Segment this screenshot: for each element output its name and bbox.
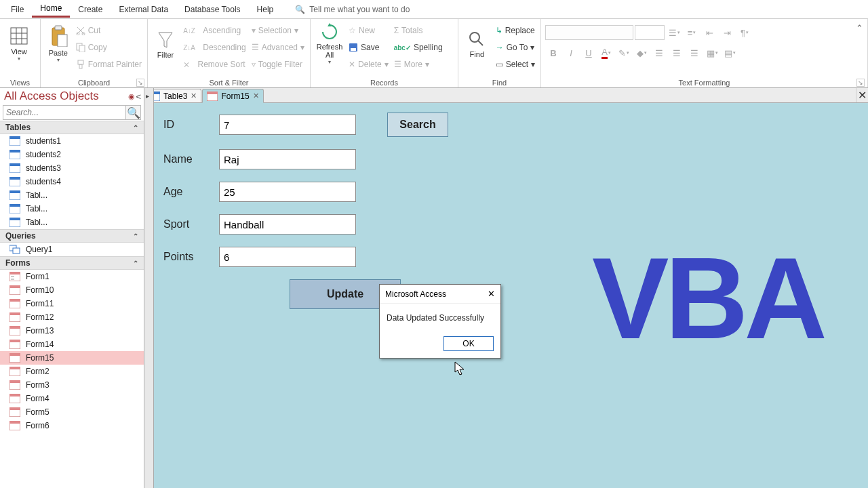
cut-button[interactable]: Cut [75, 23, 143, 38]
filter-button[interactable]: Filter [152, 20, 179, 68]
indent-inc-icon[interactable]: ⇥ [719, 25, 735, 40]
search-icon[interactable]: 🔍 [125, 106, 140, 119]
nav-form-item[interactable]: Form13 [0, 324, 144, 338]
descending-button[interactable]: Z↓A Descending [182, 40, 248, 55]
sport-field[interactable] [219, 214, 356, 235]
copy-button[interactable]: Copy [75, 40, 143, 55]
toggle-filter-button[interactable]: ▿Toggle Filter [250, 57, 306, 72]
delete-button[interactable]: ✕Delete ▾ [347, 57, 390, 72]
align-left-icon[interactable]: ☰ [651, 45, 667, 60]
selection-button[interactable]: ▾Selection ▾ [250, 23, 306, 38]
highlight-icon[interactable]: ✎▾ [616, 45, 632, 60]
view-button[interactable]: View ▾ [4, 20, 34, 68]
nav-category-forms[interactable]: Forms⌃ [0, 256, 144, 270]
svg-rect-53 [9, 380, 20, 383]
record-selector[interactable] [144, 88, 154, 488]
gridlines-icon[interactable]: ▦▾ [704, 45, 720, 60]
nav-table-item[interactable]: Tabl... [0, 216, 144, 229]
bullets-icon[interactable]: ☰▾ [666, 25, 682, 40]
underline-icon[interactable]: U [580, 45, 597, 60]
spelling-button[interactable]: abc✓Spelling [393, 40, 444, 55]
find-button[interactable]: Find [462, 20, 492, 68]
alt-row-color-icon[interactable]: ▤▾ [722, 45, 738, 60]
font-color-icon[interactable]: A▾ [598, 45, 614, 60]
nav-title[interactable]: All Access Objects [4, 89, 99, 103]
numbering-icon[interactable]: ≡▾ [684, 25, 700, 40]
nav-form-item[interactable]: Form4 [0, 392, 144, 405]
nav-dropdown-icon[interactable]: ◉ [128, 92, 135, 101]
italic-icon[interactable]: I [563, 45, 579, 60]
nav-form-item[interactable]: Form5 [0, 405, 144, 419]
svg-point-16 [470, 33, 479, 42]
totals-button[interactable]: ΣTotals [393, 23, 444, 38]
search-button[interactable]: Search [387, 113, 448, 137]
menu-database-tools[interactable]: Database Tools [176, 2, 249, 17]
align-center-icon[interactable]: ☰ [669, 45, 685, 60]
new-button[interactable]: ☆New [347, 23, 390, 38]
close-all-icon[interactable]: ✕ [856, 88, 868, 102]
points-field[interactable] [219, 247, 356, 267]
nav-form-item[interactable]: Form6 [0, 419, 144, 432]
font-family-select[interactable] [545, 25, 633, 40]
nav-table-item[interactable]: students2 [0, 148, 144, 161]
nav-form-item[interactable]: Form3 [0, 378, 144, 392]
nav-table-item[interactable]: Tabl... [0, 188, 144, 202]
close-icon[interactable]: ✕ [191, 92, 197, 100]
tell-me[interactable]: 🔍 Tell me what you want to do [295, 5, 410, 14]
dialog-launcher-icon[interactable]: ↘ [136, 79, 144, 87]
bold-icon[interactable]: B [545, 45, 561, 60]
dialog-title: Microsoft Access [385, 289, 446, 299]
nav-category-tables[interactable]: Tables⌃ [0, 121, 144, 134]
name-field[interactable] [219, 149, 356, 169]
age-field[interactable] [219, 182, 356, 202]
nav-form-item[interactable]: Form15 [0, 351, 144, 365]
nav-form-item[interactable]: Form1 [0, 270, 144, 283]
nav-search-input[interactable] [3, 106, 125, 119]
menu-external-data[interactable]: External Data [111, 2, 176, 17]
nav-query-item[interactable]: Query1 [0, 243, 144, 256]
advanced-button[interactable]: ☰Advanced ▾ [250, 40, 306, 55]
ascending-button[interactable]: A↓Z Ascending [182, 23, 248, 38]
fill-color-icon[interactable]: ◆▾ [633, 45, 650, 60]
nav-table-item[interactable]: Tabl... [0, 202, 144, 216]
close-icon[interactable]: ✕ [488, 289, 495, 299]
text-direction-icon[interactable]: ¶▾ [736, 25, 753, 40]
form-icon [207, 92, 218, 101]
menu-file[interactable]: File [3, 2, 32, 17]
remove-sort-button[interactable]: ⨯ Remove Sort [182, 57, 248, 72]
nav-form-item[interactable]: Form14 [0, 338, 144, 351]
nav-table-item[interactable]: students3 [0, 161, 144, 175]
save-button[interactable]: Save [347, 40, 390, 55]
menu-home[interactable]: Home [32, 1, 70, 18]
tab-form15[interactable]: Form15✕ [202, 89, 263, 103]
nav-form-item[interactable]: Form11 [0, 297, 144, 310]
ok-button[interactable]: OK [443, 336, 494, 351]
nav-form-item[interactable]: Form10 [0, 283, 144, 297]
nav-table-item[interactable]: students4 [0, 175, 144, 188]
ribbon-group-text-formatting: ☰▾ ≡▾ ⇤ ⇥ ¶▾ B I U A▾ ✎▾ ◆▾ ☰ ☰ ☰ ▦▾ ▤▾ … [541, 19, 868, 87]
collapse-ribbon-icon[interactable]: ⌃ [856, 23, 863, 33]
nav-collapse-icon[interactable]: < [136, 92, 141, 102]
nav-table-item[interactable]: students1 [0, 134, 144, 148]
more-button[interactable]: ☰More ▾ [393, 57, 444, 72]
refresh-all-button[interactable]: RefreshAll ▾ [315, 20, 344, 68]
nav-form-item[interactable]: Form2 [0, 365, 144, 378]
goto-button[interactable]: →Go To ▾ [494, 40, 536, 55]
format-painter-button[interactable]: Format Painter [75, 57, 143, 72]
svg-rect-12 [78, 60, 83, 64]
menu-create[interactable]: Create [70, 2, 111, 17]
toggle-filter-icon: ▿ [252, 60, 256, 69]
paste-button[interactable]: Paste ▾ [45, 20, 72, 68]
align-right-icon[interactable]: ☰ [686, 45, 703, 60]
indent-dec-icon[interactable]: ⇤ [701, 25, 717, 40]
font-size-select[interactable] [635, 25, 665, 40]
select-button[interactable]: ▭Select ▾ [494, 57, 536, 72]
nav-form-item[interactable]: Form12 [0, 310, 144, 324]
replace-button[interactable]: ↳Replace [494, 23, 536, 38]
nav-category-queries[interactable]: Queries⌃ [0, 229, 144, 243]
dialog-launcher-icon[interactable]: ↘ [856, 79, 865, 87]
id-field[interactable] [219, 115, 356, 135]
close-icon[interactable]: ✕ [253, 92, 259, 100]
menu-help[interactable]: Help [249, 2, 282, 17]
svg-rect-33 [13, 248, 20, 253]
